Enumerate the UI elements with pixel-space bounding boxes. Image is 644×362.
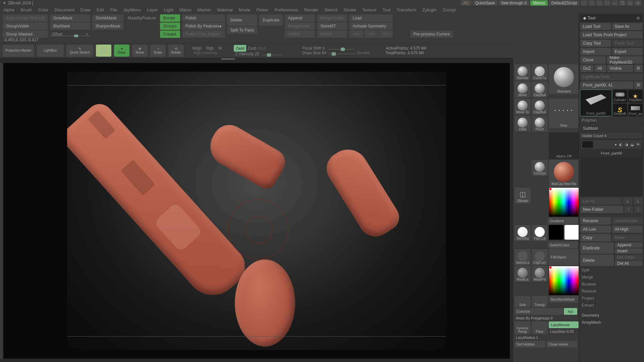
brush-curvetube[interactable]: CurveTu bbox=[532, 64, 548, 80]
menu-stencil[interactable]: Stencil bbox=[324, 7, 337, 12]
autoreorder-button[interactable]: AutoReorder bbox=[612, 217, 643, 225]
rgb-button[interactable]: Rgb bbox=[206, 46, 214, 51]
tool-panel-header[interactable]: ◆ Tool⊗ bbox=[580, 14, 643, 22]
layout-icon-1[interactable]: ⬚ bbox=[581, 0, 587, 6]
colorize-button[interactable]: Colorize bbox=[515, 308, 563, 315]
toolname-field[interactable]: Front_part00. 41 bbox=[580, 81, 633, 89]
polish-button[interactable]: Polish bbox=[182, 14, 225, 22]
polishcrisp-button[interactable]: Polish Crisp Edges bbox=[182, 31, 225, 38]
layout-icon-2[interactable]: ⬚ bbox=[588, 0, 595, 6]
remesh-section[interactable]: Remesh bbox=[580, 288, 643, 294]
xyz-button[interactable]: xyz bbox=[564, 308, 577, 315]
brush-maskpen[interactable]: MaskPe bbox=[532, 266, 548, 282]
menu-layer[interactable]: Layer bbox=[147, 7, 158, 12]
zadd-button[interactable]: Zadd bbox=[234, 45, 246, 52]
saveas-button[interactable]: Save As bbox=[612, 23, 643, 30]
polishfeatures-button[interactable]: Polish By Features● bbox=[182, 22, 225, 30]
preprocess-button[interactable]: Pre-process Current bbox=[410, 31, 453, 38]
fillobject-button[interactable]: FillObject bbox=[549, 249, 579, 265]
quicksketch-button[interactable]: ✎Quick Sketch bbox=[66, 45, 93, 57]
alpha-preview[interactable]: Alpha Off bbox=[549, 132, 579, 159]
brush-zmodeler[interactable]: ◫ZModel bbox=[515, 187, 531, 203]
subtool-item-1[interactable]: ● ◐ ◑ ◒ 👁 bbox=[581, 140, 642, 149]
canvas[interactable] bbox=[67, 72, 446, 350]
draw-button[interactable]: ✦Draw bbox=[114, 45, 129, 57]
tool-thumb-cylinder[interactable]: Cylinder bbox=[613, 90, 627, 103]
zsub-button[interactable]: Zsub bbox=[248, 46, 257, 51]
storemt-button[interactable]: StoreMT bbox=[317, 22, 347, 30]
goz-visible-button[interactable]: Visible bbox=[607, 65, 633, 72]
maskpolygroups-slider[interactable]: Mask By Polygroups 0 bbox=[515, 315, 577, 321]
viewport[interactable] bbox=[3, 63, 510, 359]
delete-st-button[interactable]: Delete bbox=[580, 255, 614, 266]
quicksave-button[interactable]: QuickSave bbox=[473, 0, 497, 6]
mrgb-button[interactable]: Mrgb bbox=[193, 46, 202, 51]
goz-button[interactable]: GoZ bbox=[580, 65, 594, 72]
swatch-white[interactable] bbox=[565, 225, 579, 240]
border-button[interactable]: Border bbox=[160, 14, 180, 22]
projection-master-button[interactable]: Projection Master bbox=[3, 45, 34, 57]
move-button[interactable]: ✥Move bbox=[132, 45, 148, 57]
import-button[interactable]: Import bbox=[580, 48, 611, 55]
paste-st-button[interactable]: Paste bbox=[612, 234, 643, 241]
lightbox-button[interactable]: LightBox bbox=[37, 45, 64, 57]
append-st-button[interactable]: Append bbox=[615, 242, 643, 248]
left-rail[interactable] bbox=[0, 63, 3, 359]
backfacemask-button[interactable]: BackfaceMask bbox=[549, 296, 579, 303]
ysym-button[interactable]: >Y< bbox=[364, 31, 378, 38]
menu-marker[interactable]: Marker bbox=[198, 7, 211, 12]
edit-button[interactable]: ✦Edit bbox=[96, 45, 111, 57]
brush-selectlasso[interactable]: SelectLa bbox=[515, 249, 531, 265]
restore-icon[interactable]: ❐ bbox=[619, 0, 626, 6]
seethrough-slider[interactable]: See-through 0 bbox=[498, 0, 529, 6]
duplicate-button[interactable]: Duplicate bbox=[259, 14, 283, 26]
lazystep-slider[interactable]: LazyStep 0.25 bbox=[549, 329, 579, 334]
zintensity-label[interactable]: Z Intensity 25 bbox=[235, 52, 259, 56]
crease-button[interactable]: Crease bbox=[160, 31, 180, 38]
menu-texture[interactable]: Texture bbox=[362, 7, 377, 12]
menu-color[interactable]: Color bbox=[38, 7, 48, 12]
brush-selected-standard[interactable]: Standard bbox=[549, 64, 579, 94]
rotate-button[interactable]: ⟲Rotate bbox=[168, 45, 184, 57]
solo-button[interactable]: Solo bbox=[515, 296, 531, 307]
growmask-button[interactable]: GrowMask bbox=[50, 14, 90, 22]
menu-preferences[interactable]: Preferences bbox=[274, 7, 298, 12]
load-button[interactable]: Load bbox=[349, 14, 392, 22]
layout-icon-3[interactable]: ⬚ bbox=[596, 0, 603, 6]
loadtool-button[interactable]: Load Tool bbox=[580, 23, 611, 30]
brush-claybuildup[interactable]: ClayBuil bbox=[532, 81, 548, 98]
gradient-button[interactable]: Gradient bbox=[548, 218, 578, 224]
activatesym-button[interactable]: Activate Symmetry bbox=[349, 22, 392, 30]
zcut-button[interactable]: Zcut bbox=[258, 46, 266, 51]
insert-st-button[interactable]: Insert bbox=[615, 248, 643, 254]
tool-thumb-simplebrush[interactable]: SSimpleB bbox=[613, 104, 627, 116]
xsym-button[interactable]: >X< bbox=[349, 31, 363, 38]
boolean-section[interactable]: Boolean bbox=[580, 281, 643, 287]
arrow-up-icon[interactable]: ↥ bbox=[624, 206, 633, 213]
brush-masklasso[interactable]: MaskLa bbox=[515, 266, 531, 282]
arrow-down-icon[interactable]: ↧ bbox=[634, 206, 643, 213]
color-picker-main[interactable] bbox=[549, 187, 579, 217]
dynamic-label[interactable]: Dynamic bbox=[357, 51, 370, 55]
mat-skinshade[interactable]: SkinSha bbox=[515, 225, 531, 241]
menu-file[interactable]: File bbox=[110, 7, 117, 12]
loadproject-button[interactable]: Load Tools From Project bbox=[580, 31, 643, 39]
menu-document[interactable]: Document bbox=[54, 7, 74, 12]
goz-r-button[interactable]: R bbox=[634, 65, 643, 72]
persp-button[interactable]: DynamicPersp bbox=[515, 321, 531, 334]
menu-material[interactable]: Material bbox=[217, 7, 232, 12]
scale-button[interactable]: ⤢Scale bbox=[150, 45, 166, 57]
brush-clipcurve[interactable]: ClipCurv bbox=[532, 249, 548, 265]
brush-moveto[interactable]: Move To bbox=[515, 99, 531, 115]
swatch-black[interactable] bbox=[549, 225, 564, 240]
goz-all-button[interactable]: All bbox=[595, 65, 606, 72]
menus-button[interactable]: Menus bbox=[530, 0, 548, 6]
lazyradius-slider[interactable]: LazyRadius 1 bbox=[515, 335, 577, 340]
groupmasked-button[interactable]: Group Masked bbox=[3, 31, 48, 38]
switch-button[interactable]: Switch bbox=[285, 31, 315, 38]
lazymouse-button[interactable]: LazyMouse bbox=[549, 321, 579, 328]
lightbox-tools-button[interactable]: Lightbox▸Tools bbox=[580, 73, 643, 80]
floor-button[interactable]: Floor bbox=[532, 321, 548, 334]
alllow-button[interactable]: All Low bbox=[580, 226, 611, 233]
groupvisible-button[interactable]: GroupVisible bbox=[3, 22, 48, 30]
